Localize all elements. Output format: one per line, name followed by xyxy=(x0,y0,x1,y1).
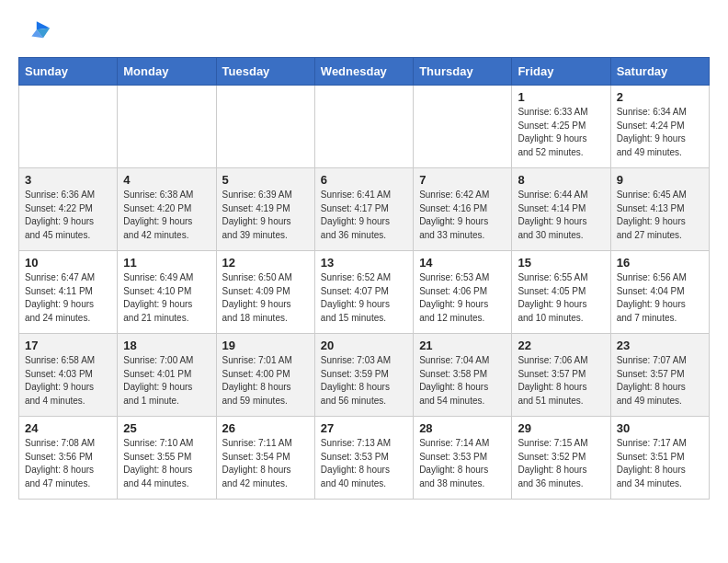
day-cell: 21Sunrise: 7:04 AM Sunset: 3:58 PM Dayli… xyxy=(414,334,512,417)
day-number: 20 xyxy=(321,339,407,352)
day-info: Sunrise: 6:38 AM Sunset: 4:20 PM Dayligh… xyxy=(123,189,210,242)
header xyxy=(18,15,710,48)
day-number: 26 xyxy=(222,421,309,435)
day-cell: 14Sunrise: 6:53 AM Sunset: 4:06 PM Dayli… xyxy=(414,251,512,334)
column-header-saturday: Saturday xyxy=(610,58,709,86)
day-cell: 15Sunrise: 6:55 AM Sunset: 4:05 PM Dayli… xyxy=(512,251,610,334)
day-cell: 30Sunrise: 7:17 AM Sunset: 3:51 PM Dayli… xyxy=(610,417,709,500)
day-number: 22 xyxy=(518,339,604,352)
day-cell: 10Sunrise: 6:47 AM Sunset: 4:11 PM Dayli… xyxy=(19,251,118,334)
calendar-table: SundayMondayTuesdayWednesdayThursdayFrid… xyxy=(18,57,710,500)
day-info: Sunrise: 6:45 AM Sunset: 4:13 PM Dayligh… xyxy=(617,189,703,242)
calendar-header: SundayMondayTuesdayWednesdayThursdayFrid… xyxy=(19,58,710,86)
day-number: 8 xyxy=(518,173,604,187)
day-cell xyxy=(118,86,216,168)
day-cell: 1Sunrise: 6:33 AM Sunset: 4:25 PM Daylig… xyxy=(512,86,610,168)
day-number: 18 xyxy=(123,339,210,352)
day-info: Sunrise: 6:44 AM Sunset: 4:14 PM Dayligh… xyxy=(518,189,604,242)
day-cell: 11Sunrise: 6:49 AM Sunset: 4:10 PM Dayli… xyxy=(118,251,216,334)
day-info: Sunrise: 6:47 AM Sunset: 4:11 PM Dayligh… xyxy=(25,271,111,325)
day-info: Sunrise: 7:01 AM Sunset: 4:00 PM Dayligh… xyxy=(222,354,309,408)
day-cell: 22Sunrise: 7:06 AM Sunset: 3:57 PM Dayli… xyxy=(512,334,610,417)
day-cell: 9Sunrise: 6:45 AM Sunset: 4:13 PM Daylig… xyxy=(610,168,709,251)
logo-icon xyxy=(18,15,51,48)
logo xyxy=(18,15,55,48)
day-number: 24 xyxy=(25,421,111,435)
day-info: Sunrise: 6:55 AM Sunset: 4:05 PM Dayligh… xyxy=(518,271,604,325)
header-row: SundayMondayTuesdayWednesdayThursdayFrid… xyxy=(19,58,710,86)
day-number: 27 xyxy=(321,421,407,435)
day-info: Sunrise: 7:03 AM Sunset: 3:59 PM Dayligh… xyxy=(321,354,407,408)
day-info: Sunrise: 6:49 AM Sunset: 4:10 PM Dayligh… xyxy=(123,271,210,325)
day-number: 25 xyxy=(123,421,210,435)
day-cell: 2Sunrise: 6:34 AM Sunset: 4:24 PM Daylig… xyxy=(610,86,709,168)
day-cell: 13Sunrise: 6:52 AM Sunset: 4:07 PM Dayli… xyxy=(314,251,413,334)
day-cell: 19Sunrise: 7:01 AM Sunset: 4:00 PM Dayli… xyxy=(216,334,314,417)
day-info: Sunrise: 7:15 AM Sunset: 3:52 PM Dayligh… xyxy=(518,437,604,490)
day-cell: 5Sunrise: 6:39 AM Sunset: 4:19 PM Daylig… xyxy=(216,168,314,251)
day-number: 17 xyxy=(25,339,111,352)
day-info: Sunrise: 7:08 AM Sunset: 3:56 PM Dayligh… xyxy=(25,437,111,490)
day-number: 15 xyxy=(518,256,604,270)
day-cell: 24Sunrise: 7:08 AM Sunset: 3:56 PM Dayli… xyxy=(19,417,118,500)
day-info: Sunrise: 7:11 AM Sunset: 3:54 PM Dayligh… xyxy=(222,437,309,490)
day-info: Sunrise: 7:07 AM Sunset: 3:57 PM Dayligh… xyxy=(617,354,703,408)
day-info: Sunrise: 6:41 AM Sunset: 4:17 PM Dayligh… xyxy=(321,189,407,242)
day-cell: 23Sunrise: 7:07 AM Sunset: 3:57 PM Dayli… xyxy=(610,334,709,417)
day-number: 10 xyxy=(25,256,111,270)
day-number: 23 xyxy=(617,339,703,352)
day-info: Sunrise: 7:17 AM Sunset: 3:51 PM Dayligh… xyxy=(617,437,703,490)
day-info: Sunrise: 6:33 AM Sunset: 4:25 PM Dayligh… xyxy=(518,106,604,159)
page: SundayMondayTuesdayWednesdayThursdayFrid… xyxy=(0,0,728,514)
day-info: Sunrise: 6:50 AM Sunset: 4:09 PM Dayligh… xyxy=(222,271,309,325)
day-number: 7 xyxy=(419,173,506,187)
day-number: 1 xyxy=(518,90,604,104)
day-cell xyxy=(414,86,512,168)
day-info: Sunrise: 6:39 AM Sunset: 4:19 PM Dayligh… xyxy=(222,189,309,242)
day-info: Sunrise: 7:13 AM Sunset: 3:53 PM Dayligh… xyxy=(321,437,407,490)
day-info: Sunrise: 6:34 AM Sunset: 4:24 PM Dayligh… xyxy=(617,106,703,159)
day-cell: 8Sunrise: 6:44 AM Sunset: 4:14 PM Daylig… xyxy=(512,168,610,251)
day-info: Sunrise: 6:42 AM Sunset: 4:16 PM Dayligh… xyxy=(419,189,506,242)
day-info: Sunrise: 7:00 AM Sunset: 4:01 PM Dayligh… xyxy=(123,354,210,408)
day-info: Sunrise: 6:56 AM Sunset: 4:04 PM Dayligh… xyxy=(617,271,703,325)
day-number: 9 xyxy=(617,173,703,187)
week-row-4: 17Sunrise: 6:58 AM Sunset: 4:03 PM Dayli… xyxy=(19,334,710,417)
day-cell: 16Sunrise: 6:56 AM Sunset: 4:04 PM Dayli… xyxy=(610,251,709,334)
week-row-5: 24Sunrise: 7:08 AM Sunset: 3:56 PM Dayli… xyxy=(19,417,710,500)
day-info: Sunrise: 7:06 AM Sunset: 3:57 PM Dayligh… xyxy=(518,354,604,408)
day-info: Sunrise: 7:10 AM Sunset: 3:55 PM Dayligh… xyxy=(123,437,210,490)
day-info: Sunrise: 7:04 AM Sunset: 3:58 PM Dayligh… xyxy=(419,354,506,408)
day-number: 28 xyxy=(419,421,506,435)
day-number: 21 xyxy=(419,339,506,352)
day-cell: 26Sunrise: 7:11 AM Sunset: 3:54 PM Dayli… xyxy=(216,417,314,500)
day-number: 16 xyxy=(617,256,703,270)
day-info: Sunrise: 6:52 AM Sunset: 4:07 PM Dayligh… xyxy=(321,271,407,325)
day-number: 19 xyxy=(222,339,309,352)
day-cell xyxy=(19,86,118,168)
day-info: Sunrise: 7:14 AM Sunset: 3:53 PM Dayligh… xyxy=(419,437,506,490)
week-row-3: 10Sunrise: 6:47 AM Sunset: 4:11 PM Dayli… xyxy=(19,251,710,334)
day-cell: 12Sunrise: 6:50 AM Sunset: 4:09 PM Dayli… xyxy=(216,251,314,334)
day-number: 3 xyxy=(25,173,111,187)
day-number: 11 xyxy=(123,256,210,270)
day-cell: 17Sunrise: 6:58 AM Sunset: 4:03 PM Dayli… xyxy=(19,334,118,417)
day-cell xyxy=(216,86,314,168)
day-cell: 25Sunrise: 7:10 AM Sunset: 3:55 PM Dayli… xyxy=(118,417,216,500)
day-number: 14 xyxy=(419,256,506,270)
day-number: 5 xyxy=(222,173,309,187)
day-cell: 7Sunrise: 6:42 AM Sunset: 4:16 PM Daylig… xyxy=(414,168,512,251)
column-header-monday: Monday xyxy=(118,58,216,86)
week-row-2: 3Sunrise: 6:36 AM Sunset: 4:22 PM Daylig… xyxy=(19,168,710,251)
day-cell: 28Sunrise: 7:14 AM Sunset: 3:53 PM Dayli… xyxy=(414,417,512,500)
week-row-1: 1Sunrise: 6:33 AM Sunset: 4:25 PM Daylig… xyxy=(19,86,710,168)
day-cell: 4Sunrise: 6:38 AM Sunset: 4:20 PM Daylig… xyxy=(118,168,216,251)
day-info: Sunrise: 6:36 AM Sunset: 4:22 PM Dayligh… xyxy=(25,189,111,242)
day-number: 30 xyxy=(617,421,703,435)
day-cell: 27Sunrise: 7:13 AM Sunset: 3:53 PM Dayli… xyxy=(314,417,413,500)
column-header-wednesday: Wednesday xyxy=(314,58,413,86)
calendar-body: 1Sunrise: 6:33 AM Sunset: 4:25 PM Daylig… xyxy=(19,86,710,500)
day-cell: 20Sunrise: 7:03 AM Sunset: 3:59 PM Dayli… xyxy=(314,334,413,417)
day-number: 2 xyxy=(617,90,703,104)
day-cell: 3Sunrise: 6:36 AM Sunset: 4:22 PM Daylig… xyxy=(19,168,118,251)
